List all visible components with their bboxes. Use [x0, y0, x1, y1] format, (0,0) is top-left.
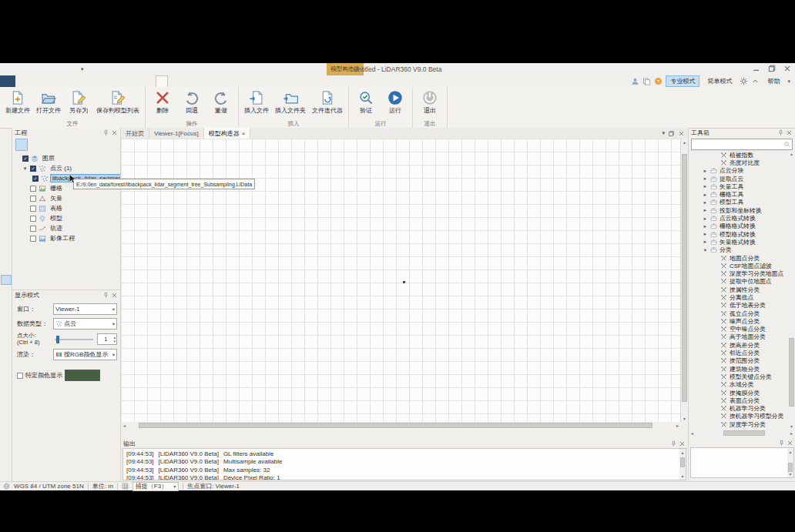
ribbon-tab[interactable]	[48, 75, 59, 87]
ribbon-tab[interactable]	[156, 75, 168, 87]
help-button[interactable]: 帮助	[763, 75, 784, 87]
chevron-icon[interactable]	[703, 216, 708, 222]
ribbon-button[interactable]: 打开文件	[34, 89, 63, 115]
chevron-icon[interactable]	[703, 207, 708, 213]
pin-icon[interactable]	[102, 129, 109, 136]
docked-panel-scrollbar[interactable]: ▴ ▾	[787, 448, 793, 477]
cube-view-tool[interactable]	[1, 196, 12, 206]
toolbox-item[interactable]: 亮度对比度	[689, 159, 788, 166]
viewer-tab[interactable]: 开始页 ×	[121, 128, 149, 139]
unit-label[interactable]: 单位: m	[92, 482, 113, 490]
specific-color-checkbox[interactable]	[17, 373, 23, 379]
column-view-toggle-icon[interactable]	[30, 139, 41, 149]
scroll-up-icon[interactable]: ▴	[679, 449, 686, 456]
maximize-button[interactable]	[767, 64, 777, 73]
print-icon[interactable]	[72, 65, 80, 73]
chevron-icon[interactable]	[703, 231, 708, 237]
ribbon-tab[interactable]	[59, 75, 69, 87]
chevron-icon[interactable]	[703, 239, 708, 245]
tab-menu-icon[interactable]: ▾	[662, 130, 665, 136]
datatype-select[interactable]: 点云 ▾	[53, 318, 117, 330]
close-icon[interactable]	[111, 129, 118, 136]
chevron-icon[interactable]	[703, 176, 708, 182]
ribbon-button[interactable]: 回退	[178, 89, 206, 115]
settings-tool[interactable]	[1, 301, 12, 311]
toolbox-item[interactable]: 模型关键点分类	[689, 373, 788, 380]
toolbox-item[interactable]: 按范围分类	[689, 357, 788, 365]
toolbox-item[interactable]: 矢量格式转换	[689, 238, 788, 246]
toolbox-item[interactable]: 按掩膜分类	[689, 389, 788, 396]
quick-access-more-icon[interactable]: ▾	[81, 66, 84, 72]
collapse-ribbon-icon[interactable]	[751, 77, 760, 85]
screenshot-icon[interactable]	[52, 65, 60, 73]
ribbon-tab[interactable]	[102, 75, 112, 87]
pin-icon[interactable]	[778, 440, 785, 447]
toolbox-item[interactable]: 噪声点分类	[689, 317, 788, 325]
toolbox-item[interactable]: 按属性分类	[689, 286, 788, 293]
scrollbar-thumb[interactable]	[680, 457, 685, 467]
pin-icon[interactable]	[777, 129, 784, 136]
toolbox-item[interactable]: 地面点分类	[689, 254, 788, 262]
user-icon[interactable]	[631, 77, 639, 85]
visibility-checkbox[interactable]	[30, 226, 36, 232]
ribbon-tab[interactable]	[69, 75, 80, 87]
toolbox-item[interactable]: 提取中位地面点	[689, 278, 788, 286]
search-icon[interactable]	[783, 141, 790, 148]
scroll-up-icon[interactable]: ▴	[788, 150, 795, 157]
pick-tool[interactable]	[1, 157, 12, 167]
toolbox-item[interactable]: 模型格式转换	[689, 230, 788, 238]
ribbon-tab[interactable]	[112, 75, 123, 87]
visibility-checkbox[interactable]	[32, 176, 39, 182]
toolbox-item[interactable]: 按机器学习模型分类	[689, 413, 788, 420]
toolbox-item[interactable]: 建筑物分类	[689, 365, 788, 373]
scroll-up-icon[interactable]: ▴	[787, 448, 794, 455]
ribbon-tab[interactable]	[80, 75, 91, 87]
open-folder-icon[interactable]	[42, 65, 50, 73]
ribbon-button[interactable]: 另存为	[65, 89, 92, 115]
tree-item[interactable]: 模型	[12, 213, 120, 223]
toolbox-item[interactable]: 分类	[689, 246, 788, 254]
toolbox-item[interactable]: 邻近点分类	[689, 349, 788, 356]
close-icon[interactable]	[679, 440, 686, 447]
scrollbar-thumb[interactable]	[789, 338, 794, 407]
color-swatch[interactable]	[65, 370, 100, 381]
visibility-checkbox[interactable]	[30, 186, 36, 192]
toolbox-search-input[interactable]	[692, 141, 783, 148]
simple-mode-button[interactable]: 简单模式	[703, 75, 736, 87]
ribbon-button[interactable]: 运行	[381, 89, 409, 115]
snap-grid-icon[interactable]	[122, 483, 129, 490]
scroll-right-icon[interactable]: ▸	[674, 422, 681, 429]
toolbox-item[interactable]: 深度学习分类地面点	[689, 269, 788, 277]
sphere-view-tool[interactable]	[1, 170, 12, 180]
help-coin-icon[interactable]: ?	[654, 77, 662, 85]
close-icon[interactable]	[786, 129, 793, 136]
window-select[interactable]: Viewer-1 ▾	[53, 303, 117, 315]
canvas-vertical-scrollbar[interactable]: ▴ ▾	[681, 139, 688, 422]
toolbox-item[interactable]: 水域分类	[689, 381, 788, 389]
pointsize-slider[interactable]	[53, 334, 95, 344]
close-tab-icon[interactable]: ×	[242, 130, 246, 137]
toolbox-item[interactable]: 模型工具	[689, 199, 788, 206]
slider-thumb[interactable]	[56, 336, 59, 343]
ribbon-button[interactable]: 保存到模型列表	[94, 89, 142, 115]
ribbon-tab[interactable]	[168, 75, 179, 87]
export-view-tool[interactable]	[1, 209, 12, 219]
profile-tool[interactable]	[1, 249, 12, 259]
close-icon[interactable]	[111, 292, 118, 299]
toolbox-item[interactable]: 植被指数	[689, 151, 788, 159]
toolbox-item[interactable]: 按高差分类	[689, 341, 788, 349]
toolbox-item[interactable]: 机器学习分类	[689, 405, 788, 413]
visibility-checkbox[interactable]	[30, 236, 36, 242]
pin-icon[interactable]	[670, 440, 677, 447]
ribbon-tab[interactable]	[15, 75, 26, 87]
compare-tool[interactable]	[1, 223, 12, 233]
3d-view-toggle[interactable]	[1, 275, 12, 285]
ribbon-button[interactable]: 退出	[416, 89, 444, 115]
scrollbar-thumb[interactable]	[139, 423, 652, 428]
axis-tool[interactable]	[1, 236, 12, 246]
dock-splitter[interactable]	[121, 429, 688, 440]
tree-view-toggle-icon[interactable]	[15, 139, 28, 151]
tree-item[interactable]: 轨迹	[12, 223, 120, 233]
scroll-down-icon[interactable]: ▾	[679, 473, 686, 480]
crs-label[interactable]: WGS 84 / UTM zone 51N	[14, 483, 84, 490]
